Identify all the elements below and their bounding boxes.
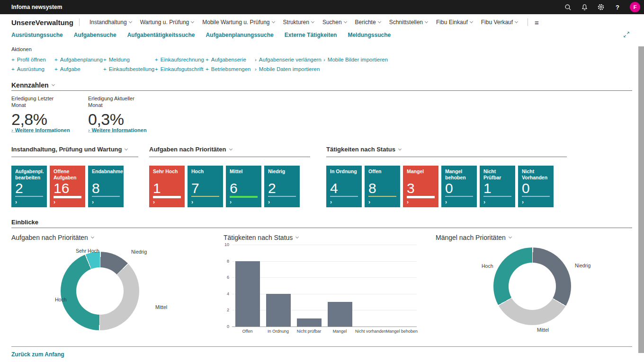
chevron-right-icon: › [323, 57, 325, 62]
einblicke-section-header: Einblicke [11, 219, 38, 226]
tile-endabnahme[interactable]: Endabnahme8› [88, 166, 124, 207]
subnav-meldungssuche[interactable]: Meldungssuche [348, 32, 391, 38]
action-meldung[interactable]: +Meldung [103, 57, 155, 62]
action-mobile-bilder-importieren[interactable]: ›Mobile Bilder importieren [323, 57, 388, 62]
section-title: Einblicke [11, 219, 38, 226]
tile-indicator-bar [407, 196, 435, 198]
kennzahlen-section-header[interactable]: Kennzahlen [11, 81, 54, 89]
nav-item-berichte[interactable]: Berichte [355, 19, 381, 26]
y-axis-tick: 4 [218, 291, 229, 296]
bar[interactable] [266, 294, 291, 327]
back-to-top-link[interactable]: Zurück zum Anfang [11, 351, 64, 358]
search-icon[interactable] [564, 3, 572, 11]
cue-group-header[interactable]: Aufgaben nach Prioritäten [149, 146, 310, 153]
action-aufgabenplanung[interactable]: +Aufgabenplanung [54, 57, 103, 62]
bar-series[interactable] [232, 245, 417, 327]
nav-item-fibu-einkauf[interactable]: Fibu Einkauf [436, 19, 473, 26]
tile-hoch[interactable]: Hoch7› [188, 166, 223, 207]
more-menu-icon[interactable]: ≡ [535, 18, 539, 26]
help-icon[interactable]: ? [613, 3, 622, 11]
kpi-label: Erledigung Aktueller Monat [88, 96, 145, 109]
plus-icon: + [103, 57, 107, 62]
action-aufgabe[interactable]: +Aufgabe [54, 66, 103, 72]
user-avatar[interactable]: F [630, 2, 640, 12]
tile-nicht-vorhanden[interactable]: Nicht Vorhanden0› [518, 166, 554, 207]
scrollbar[interactable] [638, 46, 644, 353]
donut-chart[interactable] [61, 252, 139, 330]
tile-in-ordnung[interactable]: In Ordnung4› [326, 166, 362, 207]
action-label: Einkaufsrechnung [161, 57, 204, 62]
role-center-title[interactable]: UnsereVerwaltung [11, 18, 73, 26]
tile-row: In Ordnung4› Offen8› Mangel3› Mangel beh… [326, 166, 567, 207]
action-aufgabenserie-verlaengern[interactable]: ›Aufgabenserie verlängern [255, 57, 323, 62]
subnav-aufgabentaetigkeitssuche[interactable]: Aufgabentätigkeitssuche [127, 32, 195, 38]
action-aufgabenserie[interactable]: +Aufgabenserie [206, 57, 255, 62]
cue-group-taetigkeiten-status: Tätigkeiten nach Status In Ordnung4› Off… [326, 146, 567, 207]
tile-offene-aufgaben[interactable]: Offene Aufgaben16› [50, 166, 85, 207]
settings-gear-icon[interactable] [597, 3, 605, 11]
notifications-icon[interactable] [580, 3, 589, 11]
tile-niedrig[interactable]: Niedrig2› [264, 166, 300, 207]
chevron-down-icon [191, 20, 194, 23]
subnav-aufgabensuche[interactable]: Aufgabensuche [74, 32, 116, 38]
action-label: Mobile Daten importieren [259, 66, 320, 72]
nav-item-strukturen[interactable]: Strukturen [283, 19, 314, 26]
tile-sehr-hoch[interactable]: Sehr Hoch1› [149, 166, 185, 207]
nav-item-label: Schnittstellen [389, 19, 423, 26]
tile-offen[interactable]: Offen8› [365, 166, 400, 207]
tile-mangel[interactable]: Mangel3› [403, 166, 438, 207]
actions-row-1: +Profil öffnen +Aufgabenplanung +Meldung… [11, 57, 388, 62]
nav-divider [79, 18, 80, 26]
action-label: Meldung [109, 57, 130, 62]
bar[interactable] [297, 318, 322, 327]
action-einkaufsbestellung[interactable]: +Einkaufsbestellung [103, 66, 155, 72]
tile-aufgabenpl-bearbeiten[interactable]: Aufgabenpl. bearbeiten2› [11, 166, 47, 207]
bar[interactable] [328, 302, 352, 327]
collapse-header-icon[interactable] [623, 31, 630, 40]
bar[interactable] [235, 261, 260, 327]
nav-item-wartung-pruefung[interactable]: Wartung u. Prüfung [140, 19, 194, 26]
cue-group-header[interactable]: Tätigkeiten nach Status [326, 146, 567, 153]
nav-item-instandhaltung[interactable]: Instandhaltung [89, 19, 132, 26]
donut-label-niedrig: Niedrig [575, 263, 590, 268]
action-betriebsmengen[interactable]: +Betriebsmengen [206, 66, 255, 72]
cue-group-header[interactable]: Instandhaltung, Prüfung und Wartung [11, 146, 138, 153]
action-ausruestung[interactable]: +Ausrüstung [11, 66, 54, 72]
subnav-externe-taetigkeiten[interactable]: Externe Tätigkeiten [285, 32, 337, 38]
cue-group-divider [11, 157, 138, 157]
tile-nicht-pruefbar[interactable]: Nicht Prüfbar1› [480, 166, 515, 207]
nav-item-schnittstellen[interactable]: Schnittstellen [389, 19, 428, 26]
action-mobile-daten-importieren[interactable]: ›Mobile Daten importieren [255, 66, 323, 72]
chevron-right-icon: › [153, 199, 155, 205]
subnav-ausruestungssuche[interactable]: Ausrüstungssuche [11, 32, 63, 38]
tile-mangel-behoben[interactable]: Mangel behoben0› [441, 166, 477, 207]
chevron-right-icon: › [54, 199, 55, 205]
tile-row: Aufgabenpl. bearbeiten2› Offene Aufgaben… [11, 166, 138, 207]
donut-chart[interactable] [493, 247, 571, 325]
main-navigation: UnsereVerwaltung Instandhaltung Wartung … [0, 14, 644, 30]
nav-divider [528, 18, 528, 26]
action-einkaufsgutschrift[interactable]: +Einkaufsgutschrift [155, 66, 206, 72]
cue-group-divider [326, 157, 567, 157]
subnav-aufgabenplanungssuche[interactable]: Aufgabenplanungssuche [206, 32, 273, 38]
chart-title[interactable]: Tätigkeiten nach Status [224, 234, 298, 241]
action-profil-oeffnen[interactable]: +Profil öffnen [11, 57, 54, 62]
x-axis-label: Nicht vorhanden [355, 329, 386, 334]
x-axis-label: Mangel [324, 329, 355, 334]
nav-item-label: Instandhaltung [89, 19, 127, 26]
nav-item-label: Berichte [355, 19, 376, 26]
cue-group-instandhaltung: Instandhaltung, Prüfung und Wartung Aufg… [11, 146, 138, 207]
y-axis-tick: 2 [218, 308, 229, 312]
action-einkaufsrechnung[interactable]: +Einkaufsrechnung [155, 57, 206, 62]
nav-item-suchen[interactable]: Suchen [322, 19, 347, 26]
tile-indicator-bar [330, 196, 358, 197]
tile-mittel[interactable]: Mittel6› [226, 166, 261, 207]
kpi-more-info-link[interactable]: ›Weitere Informationen [11, 127, 70, 133]
chart-title[interactable]: Aufgaben nach Prioritäten [11, 234, 94, 241]
donut-label-hoch: Hoch [55, 297, 67, 302]
nav-item-mobile-wartung[interactable]: Mobile Wartung u. Prüfung [202, 19, 274, 26]
nav-item-fibu-verkauf[interactable]: Fibu Verkauf [481, 19, 518, 26]
kpi-more-info-link[interactable]: ›Weitere Informationen [88, 127, 147, 133]
chevron-right-icon: › [15, 199, 17, 205]
chart-title[interactable]: Mängel nach Prioritäten [436, 234, 511, 241]
